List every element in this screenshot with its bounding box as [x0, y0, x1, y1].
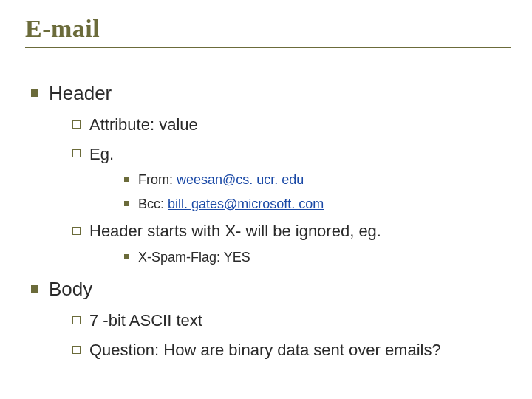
text: 7 -bit ASCII text [89, 311, 202, 330]
bullet-body: Body [31, 276, 511, 302]
small-square-bullet-icon [124, 254, 129, 259]
text: Attribute: value [89, 115, 198, 134]
email-link[interactable]: weesan@cs. ucr. edu [177, 172, 304, 187]
small-square-bullet-icon [124, 201, 129, 206]
text: Header starts with X- will be ignored, e… [89, 222, 381, 240]
slide-content: Header Attribute: value Eg. From: weesan… [25, 48, 511, 361]
slide: E-mail Header Attribute: value Eg. From:… [0, 0, 532, 399]
bullet-x-spam: X-Spam-Flag: YES [124, 248, 511, 266]
bullet-header: Header [31, 81, 511, 106]
text: Question: How are binary data sent over … [89, 341, 441, 359]
square-bullet-icon [31, 89, 38, 97]
bullet-question: Question: How are binary data sent over … [72, 339, 511, 361]
text: Header [49, 82, 112, 104]
outline-square-bullet-icon [72, 227, 81, 235]
bullet-x-header: Header starts with X- will be ignored, e… [72, 220, 511, 242]
small-square-bullet-icon [124, 177, 129, 182]
outline-square-bullet-icon [72, 316, 81, 324]
email-link[interactable]: bill. gates@microsoft. com [168, 197, 324, 211]
bullet-attribute-value: Attribute: value [72, 114, 511, 136]
square-bullet-icon [31, 285, 38, 293]
bullet-bcc: Bcc: bill. gates@microsoft. com [124, 195, 511, 213]
bullet-ascii: 7 -bit ASCII text [72, 310, 511, 332]
text: Bcc: [138, 197, 168, 211]
bullet-from: From: weesan@cs. ucr. edu [124, 171, 511, 188]
bullet-eg: Eg. [72, 143, 511, 166]
outline-square-bullet-icon [72, 346, 81, 354]
outline-square-bullet-icon [72, 120, 81, 129]
slide-title: E-mail [25, 15, 511, 43]
text: Body [49, 278, 92, 300]
outline-square-bullet-icon [72, 149, 81, 157]
text: X-Spam-Flag: YES [138, 250, 250, 265]
text: From: [138, 172, 177, 187]
text: Eg. [89, 145, 114, 163]
